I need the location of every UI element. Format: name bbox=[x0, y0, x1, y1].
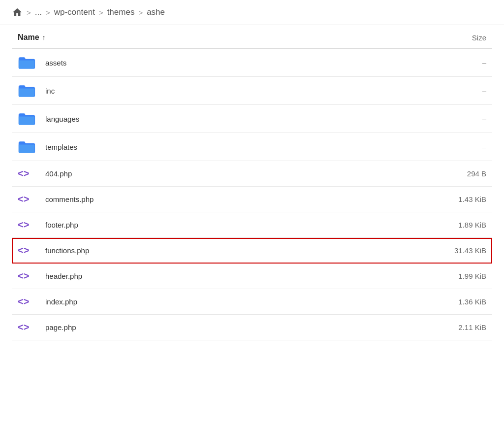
file-size: 31.43 KiB bbox=[427, 246, 486, 255]
file-browser: Name ↑ Size assets – inc – bbox=[0, 25, 504, 340]
breadcrumb-ellipsis[interactable]: ... bbox=[35, 7, 42, 17]
file-row[interactable]: inc – bbox=[12, 77, 492, 105]
size-column-header: Size bbox=[427, 33, 486, 42]
file-size: 1.36 KiB bbox=[427, 298, 486, 306]
file-row[interactable]: < > comments.php 1.43 KiB bbox=[12, 187, 492, 212]
file-size: – bbox=[427, 59, 486, 67]
breadcrumb-sep-1: > bbox=[27, 8, 31, 17]
code-angle-icon: < > bbox=[18, 270, 29, 282]
breadcrumb-themes[interactable]: themes bbox=[107, 7, 135, 17]
breadcrumb-ashe[interactable]: ashe bbox=[147, 7, 165, 17]
file-name: templates bbox=[45, 143, 427, 151]
name-label: Name bbox=[18, 33, 39, 42]
file-size: 1.99 KiB bbox=[427, 272, 486, 280]
code-angle-icon: < > bbox=[18, 245, 29, 256]
file-row[interactable]: templates – bbox=[12, 133, 492, 161]
file-name: header.php bbox=[45, 272, 427, 280]
file-row[interactable]: < > header.php 1.99 KiB bbox=[12, 264, 492, 289]
table-header: Name ↑ Size bbox=[12, 25, 492, 49]
file-name: assets bbox=[45, 59, 427, 67]
file-size: – bbox=[427, 115, 486, 123]
folder-icon bbox=[18, 56, 37, 69]
file-size: – bbox=[427, 87, 486, 95]
breadcrumb-wp-content[interactable]: wp-content bbox=[54, 7, 95, 17]
file-name: 404.php bbox=[45, 169, 427, 178]
breadcrumb-home[interactable] bbox=[12, 7, 23, 18]
file-name: page.php bbox=[45, 323, 427, 332]
breadcrumb: > ... > wp-content > themes > ashe bbox=[0, 0, 504, 25]
code-angle-icon: < > bbox=[18, 168, 29, 179]
folder-icon bbox=[18, 84, 37, 98]
file-row[interactable]: assets – bbox=[12, 49, 492, 77]
file-size: 1.43 KiB bbox=[427, 195, 486, 203]
file-name: index.php bbox=[45, 298, 427, 306]
file-row[interactable]: languages – bbox=[12, 105, 492, 133]
code-angle-icon: < > bbox=[18, 322, 29, 333]
breadcrumb-sep-3: > bbox=[99, 8, 103, 17]
sort-arrow: ↑ bbox=[42, 33, 46, 41]
file-size: 1.89 KiB bbox=[427, 221, 486, 229]
file-size: – bbox=[427, 143, 486, 151]
file-name: footer.php bbox=[45, 221, 427, 229]
file-row[interactable]: < > index.php 1.36 KiB bbox=[12, 289, 492, 315]
code-file-icon: < > bbox=[18, 245, 37, 256]
home-icon bbox=[12, 7, 23, 18]
breadcrumb-sep-2: > bbox=[46, 8, 50, 17]
file-row[interactable]: < > page.php 2.11 KiB bbox=[12, 315, 492, 340]
breadcrumb-sep-4: > bbox=[138, 8, 143, 17]
folder-icon bbox=[18, 140, 37, 154]
file-row[interactable]: < > 404.php 294 B bbox=[12, 161, 492, 187]
code-file-icon: < > bbox=[18, 219, 37, 231]
file-row[interactable]: < > functions.php 31.43 KiB bbox=[12, 238, 492, 264]
file-size: 294 B bbox=[427, 169, 486, 178]
code-angle-icon: < > bbox=[18, 194, 29, 205]
code-angle-icon: < > bbox=[18, 296, 29, 307]
code-file-icon: < > bbox=[18, 168, 37, 179]
code-file-icon: < > bbox=[18, 270, 37, 282]
code-file-icon: < > bbox=[18, 194, 37, 205]
code-file-icon: < > bbox=[18, 322, 37, 333]
file-name: comments.php bbox=[45, 195, 427, 203]
file-size: 2.11 KiB bbox=[427, 323, 486, 332]
folder-icon bbox=[18, 112, 37, 126]
file-list: assets – inc – languages – bbox=[12, 49, 492, 340]
file-name: functions.php bbox=[45, 246, 427, 255]
file-name: inc bbox=[45, 87, 427, 95]
code-angle-icon: < > bbox=[18, 219, 29, 231]
file-row[interactable]: < > footer.php 1.89 KiB bbox=[12, 212, 492, 238]
name-column-header[interactable]: Name ↑ bbox=[18, 33, 427, 42]
code-file-icon: < > bbox=[18, 296, 37, 307]
file-name: languages bbox=[45, 115, 427, 123]
